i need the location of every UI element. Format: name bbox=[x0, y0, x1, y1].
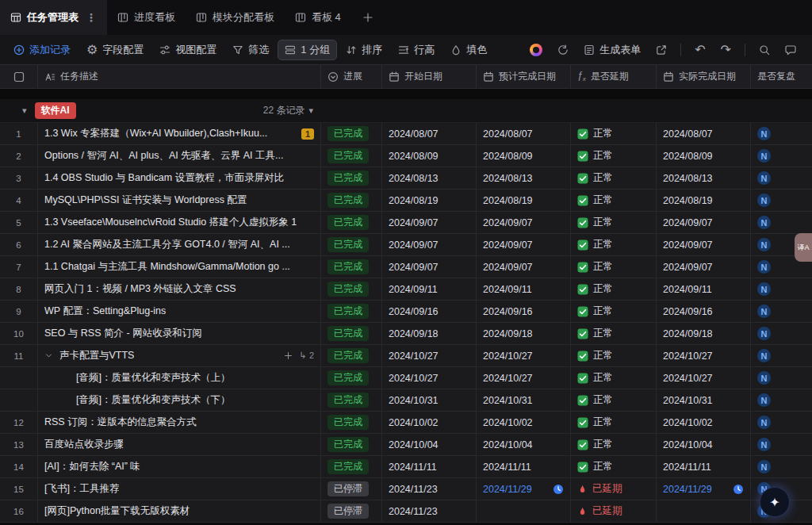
start-date-cell[interactable]: 2024/08/19 bbox=[382, 190, 477, 211]
tab-1[interactable]: 进度看板 bbox=[107, 0, 186, 35]
task-cell[interactable]: 1.4 OBS Studio 与 Bandicam 设置教程，市面录屏对比 bbox=[38, 167, 321, 189]
column-header-task[interactable]: 任务描述 bbox=[38, 65, 321, 88]
more-icon[interactable]: ⋮ bbox=[86, 11, 97, 24]
review-cell[interactable]: N bbox=[751, 212, 812, 233]
table-row[interactable]: 16[网页]Python批量下载无版权素材已停滞2024/11/23已延期N bbox=[0, 500, 812, 523]
review-cell[interactable]: N bbox=[751, 190, 812, 211]
progress-cell[interactable]: 已完成 bbox=[321, 345, 382, 366]
toolbar-generate-form[interactable]: 生成表单 bbox=[582, 40, 642, 59]
due-date[interactable]: 2024/08/13 bbox=[483, 173, 533, 184]
actual-date[interactable]: 2024/08/09 bbox=[663, 151, 713, 162]
delay-cell[interactable]: 正常 bbox=[571, 412, 657, 433]
review-cell[interactable]: N bbox=[751, 301, 812, 322]
row-collapse-icon[interactable] bbox=[44, 351, 53, 360]
review-cell[interactable]: N bbox=[751, 434, 812, 455]
due-date-cell[interactable]: 2024/10/27 bbox=[477, 345, 571, 366]
actual-date-cell[interactable]: 2024/09/07 bbox=[657, 256, 751, 278]
start-date-cell[interactable]: 2024/10/27 bbox=[382, 367, 477, 389]
due-date[interactable]: 2024/10/31 bbox=[483, 395, 533, 406]
toolbar-view-config[interactable]: 视图配置 bbox=[152, 40, 224, 60]
start-date-cell[interactable]: 2024/09/07 bbox=[382, 212, 477, 233]
actual-date-cell[interactable]: 2024/09/11 bbox=[657, 278, 751, 300]
due-date[interactable]: 2024/09/18 bbox=[483, 328, 533, 339]
actual-date[interactable]: 2024/08/07 bbox=[663, 128, 713, 140]
table-row[interactable]: [音频]：质量优化和变声技术（上）已完成2024/10/272024/10/27… bbox=[0, 367, 812, 389]
due-date[interactable]: 2024/10/27 bbox=[483, 373, 533, 384]
group-record-count[interactable]: 22 条记录 ▾ bbox=[263, 104, 313, 117]
start-date-cell[interactable]: 2024/09/16 bbox=[382, 301, 477, 322]
due-date-cell[interactable]: 2024/08/19 bbox=[477, 190, 571, 211]
actual-date[interactable]: 2024/10/27 bbox=[663, 373, 713, 384]
table-row[interactable]: 15[飞书]：工具推荐已停滞2024/11/232024/11/29已延期202… bbox=[0, 478, 812, 500]
actual-date[interactable]: 2024/09/07 bbox=[663, 217, 713, 228]
progress-cell[interactable]: 已完成 bbox=[321, 434, 382, 455]
delay-cell[interactable]: 已延期 bbox=[571, 500, 657, 522]
progress-cell[interactable]: 已完成 bbox=[321, 301, 382, 322]
review-cell[interactable]: N bbox=[751, 278, 812, 300]
task-cell[interactable]: SEO 与 RSS 简介 - 网站收录和订阅 bbox=[38, 323, 321, 344]
due-date-cell[interactable]: 2024/11/29 bbox=[477, 478, 571, 500]
actual-date-cell[interactable]: 2024/11/29 bbox=[657, 478, 751, 500]
task-cell[interactable]: [飞书]：工具推荐 bbox=[38, 478, 321, 500]
table-row[interactable]: 51.3 Vseeface\Mouselnc\vRoid Studio 搭建个人… bbox=[0, 212, 812, 234]
row-number-cell[interactable] bbox=[0, 389, 38, 411]
delay-cell[interactable]: 已延期 bbox=[571, 478, 657, 500]
due-date-cell[interactable]: 2024/08/09 bbox=[477, 145, 571, 167]
table-row[interactable]: 8网页入门 1：视频 / MP3 外链嵌入文章 CSS已完成2024/09/11… bbox=[0, 278, 812, 301]
table-row[interactable]: 11声卡配置与VTTS↳ 2已完成2024/10/272024/10/27正常2… bbox=[0, 345, 812, 367]
due-date-cell[interactable]: 2024/11/11 bbox=[477, 456, 571, 477]
column-header-review[interactable]: 是否复盘 bbox=[751, 65, 812, 88]
due-date-cell[interactable]: 2024/09/07 bbox=[477, 256, 571, 278]
start-date-cell[interactable]: 2024/10/02 bbox=[382, 412, 477, 433]
due-date-cell[interactable]: 2024/09/16 bbox=[477, 301, 571, 322]
delay-cell[interactable]: 正常 bbox=[571, 278, 657, 300]
actual-date[interactable]: 2024/09/18 bbox=[663, 328, 713, 339]
toolbar-sort[interactable]: 排序 bbox=[339, 40, 389, 60]
toolbar-automation[interactable] bbox=[528, 41, 544, 59]
column-header-progress[interactable]: 进展 bbox=[321, 65, 382, 88]
delay-cell[interactable]: 正常 bbox=[571, 256, 657, 278]
task-cell[interactable]: [音频]：质量优化和变声技术（下） bbox=[38, 389, 321, 411]
start-date-cell[interactable]: 2024/10/27 bbox=[382, 345, 477, 366]
tab-3[interactable]: 看板 4 bbox=[285, 0, 351, 35]
actual-date-cell[interactable]: 2024/09/16 bbox=[657, 301, 751, 322]
actual-date[interactable]: 2024/10/31 bbox=[663, 395, 713, 406]
actual-date[interactable]: 2024/10/04 bbox=[663, 439, 713, 450]
due-date[interactable]: 2024/09/07 bbox=[483, 240, 533, 251]
due-date[interactable]: 2024/09/11 bbox=[483, 284, 532, 295]
select-all-checkbox[interactable] bbox=[0, 65, 38, 88]
progress-cell[interactable]: 已完成 bbox=[321, 278, 382, 300]
due-date-cell[interactable]: 2024/10/04 bbox=[477, 434, 571, 455]
group-badge[interactable]: 软件AI bbox=[35, 102, 76, 119]
progress-cell[interactable]: 已完成 bbox=[321, 212, 382, 233]
delay-cell[interactable]: 正常 bbox=[571, 367, 657, 389]
review-cell[interactable]: N bbox=[751, 323, 812, 344]
delay-cell[interactable]: 正常 bbox=[571, 389, 657, 411]
review-cell[interactable]: N bbox=[751, 345, 812, 366]
task-cell[interactable]: 1.2 AI 聚合网站及主流工具分享 GOT4.0 / 智河 AI、AI ... bbox=[38, 234, 321, 255]
progress-cell[interactable]: 已完成 bbox=[321, 145, 382, 167]
toolbar-search[interactable] bbox=[757, 42, 772, 58]
group-collapse-icon[interactable]: ▾ bbox=[22, 105, 27, 116]
start-date-cell[interactable]: 2024/08/09 bbox=[382, 145, 477, 167]
actual-date[interactable]: 2024/09/16 bbox=[663, 306, 713, 317]
actual-date[interactable]: 2024/09/07 bbox=[663, 262, 713, 273]
task-cell[interactable]: [AI]：如何去除 “AI” 味 bbox=[38, 456, 321, 477]
start-date-cell[interactable]: 2024/09/11 bbox=[382, 278, 477, 300]
actual-date-cell[interactable]: 2024/10/31 bbox=[657, 389, 751, 411]
row-number-cell[interactable]: 2 bbox=[0, 145, 38, 167]
tab-2[interactable]: 模块分配看板 bbox=[186, 0, 285, 35]
task-cell[interactable]: 声卡配置与VTTS↳ 2 bbox=[38, 345, 321, 366]
row-number-cell[interactable]: 14 bbox=[0, 456, 38, 477]
actual-date[interactable]: 2024/09/11 bbox=[663, 284, 712, 295]
start-date-cell[interactable]: 2024/08/07 bbox=[382, 123, 477, 144]
translate-side-handle[interactable]: 译A bbox=[795, 233, 812, 262]
task-cell[interactable]: 1.3 Wix 专案搭建（Wix+AI Wbuilder),Clash+Ikuu… bbox=[38, 123, 321, 144]
toolbar-add-record[interactable]: 添加记录 bbox=[6, 40, 78, 60]
progress-cell[interactable]: 已完成 bbox=[321, 323, 382, 344]
due-date-cell[interactable]: 2024/09/07 bbox=[477, 234, 571, 255]
due-date-cell[interactable]: 2024/08/13 bbox=[477, 167, 571, 189]
table-row[interactable]: 2Options / 智河 AI、AI plus、AI 先驱者、云界 AI 工具… bbox=[0, 145, 812, 167]
due-date[interactable]: 2024/10/27 bbox=[483, 351, 533, 362]
progress-cell[interactable]: 已完成 bbox=[321, 167, 382, 189]
